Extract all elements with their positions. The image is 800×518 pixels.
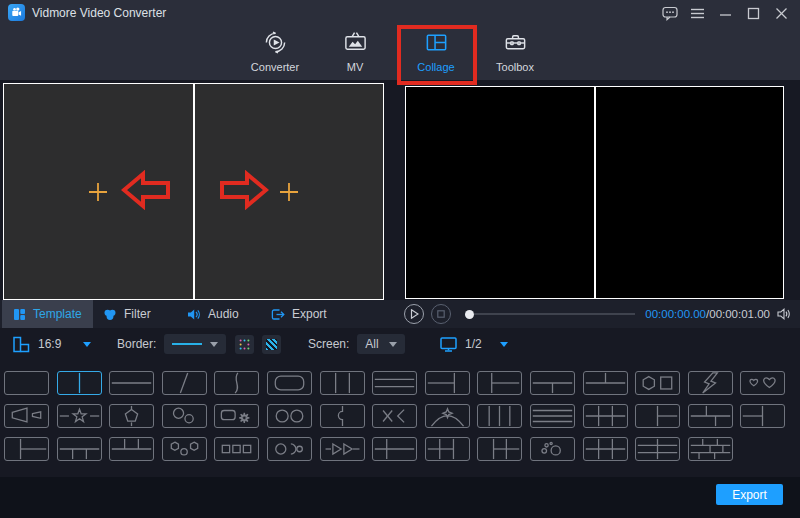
nav-item-toolbox[interactable]: Toolbox xyxy=(479,29,551,77)
template-thumbnail-puzzle-split[interactable] xyxy=(320,404,365,428)
offset-grid-4-icon xyxy=(689,405,732,427)
template-thumbnail-split-2-rows[interactable] xyxy=(109,371,154,395)
template-thumbnail-arch-and-clover[interactable] xyxy=(425,404,470,428)
close-button[interactable] xyxy=(773,5,790,22)
current-time: 00:00:00.00 xyxy=(645,308,706,320)
template-thumbnail-single[interactable] xyxy=(4,371,49,395)
tab-export[interactable]: Export xyxy=(260,300,338,328)
left-2rows-right-col-b-icon xyxy=(741,405,784,427)
template-thumbnail-rounded-inset[interactable] xyxy=(267,371,312,395)
template-thumbnail-left-col-right-2rows[interactable] xyxy=(635,404,680,428)
template-thumbnail-two-arrows[interactable] xyxy=(320,437,365,461)
template-thumbnail-circle-semicircles[interactable] xyxy=(267,437,312,461)
template-thumbnail-top-2-bottom-full[interactable] xyxy=(583,371,628,395)
template-thumbnail-three-squares[interactable] xyxy=(214,437,259,461)
page-control: 1/2 xyxy=(440,331,508,357)
border-color-select[interactable] xyxy=(164,334,226,354)
template-thumbnail-two-circles[interactable] xyxy=(267,404,312,428)
puzzle-split-icon xyxy=(321,405,364,427)
screen-dropdown-arrow-icon xyxy=(389,342,397,347)
template-thumbnail-split-3-cols[interactable] xyxy=(320,371,365,395)
tab-filter[interactable]: Filter xyxy=(92,300,162,328)
screen-value: All xyxy=(365,337,378,351)
template-thumbnail-hex-circle-hex[interactable] xyxy=(162,437,207,461)
template-thumbnail-top-full-bottom-2[interactable] xyxy=(530,371,575,395)
template-thumbnail-left-col-right-2rows-c[interactable] xyxy=(4,437,49,461)
diagonal-stripes-button[interactable] xyxy=(262,335,281,354)
template-thumbnail-split-4-rows[interactable] xyxy=(530,404,575,428)
tab-template[interactable]: Template xyxy=(2,300,93,328)
template-thumbnail-two-circles-diagonal[interactable] xyxy=(162,404,207,428)
template-thumbnail-grid-2x3-b[interactable] xyxy=(583,437,628,461)
template-thumbnail-left-2rows-right-col[interactable] xyxy=(425,371,470,395)
template-thumbnail-diagonal-split[interactable] xyxy=(162,371,207,395)
template-thumbnail-offset-grid-4[interactable] xyxy=(688,404,733,428)
tab-audio[interactable]: Audio xyxy=(176,300,250,328)
template-thumbnail-left-2rows-right-col-b[interactable] xyxy=(740,404,785,428)
template-thumbnail-split-4-cols[interactable] xyxy=(477,404,522,428)
slider-track[interactable] xyxy=(474,313,635,315)
feedback-bubble-icon xyxy=(662,6,678,21)
template-thumbnail-megaphones[interactable] xyxy=(4,404,49,428)
two-arrows-icon xyxy=(321,438,364,460)
page-dropdown-arrow-icon[interactable] xyxy=(500,342,508,347)
template-icon xyxy=(13,308,26,321)
converter-icon xyxy=(239,29,311,55)
maximize-button[interactable] xyxy=(745,5,762,22)
template-thumbnail-grid-2x3[interactable] xyxy=(583,404,628,428)
template-thumbnail-lightning-split[interactable] xyxy=(688,371,733,395)
template-thumbnail-left-col-right-2rows-narrow[interactable] xyxy=(477,371,522,395)
stop-button[interactable] xyxy=(431,304,451,324)
template-thumbnail-grid-2x2-right-col[interactable] xyxy=(425,437,470,461)
red-arrow-right-icon xyxy=(219,170,269,210)
grid-2cols-3rows-icon xyxy=(636,438,679,460)
player-controls: 00:00:00.00/00:00:01.00 xyxy=(404,300,796,328)
nav-label: MV xyxy=(319,61,391,73)
hex-circle-hex-icon xyxy=(163,438,206,460)
left-col-grid-2x2-icon xyxy=(478,438,521,460)
template-thumbnail-two-hearts[interactable] xyxy=(740,371,785,395)
template-thumbnail-hexagon-square[interactable] xyxy=(635,371,680,395)
template-thumbnail-cross-and-bracket[interactable] xyxy=(372,404,417,428)
dots-and-circle-icon xyxy=(531,438,574,460)
template-thumbnail-grid-2cols-3rows[interactable] xyxy=(635,437,680,461)
template-thumbnail-star-on-line[interactable] xyxy=(57,404,102,428)
screen-select[interactable]: All xyxy=(357,334,405,354)
lightning-split-icon xyxy=(689,372,732,394)
add-video-plus-icon[interactable] xyxy=(278,181,299,202)
template-thumbnail-curve-split[interactable] xyxy=(214,371,259,395)
template-thumbnail-left-col-grid-2x2[interactable] xyxy=(477,437,522,461)
slider-knob[interactable] xyxy=(465,310,474,319)
template-thumbnail-dots-and-circle[interactable] xyxy=(530,437,575,461)
play-icon xyxy=(410,309,419,319)
feedback-button[interactable] xyxy=(661,5,678,22)
top-full-bottom-2-icon xyxy=(531,372,574,394)
template-thumbnail-top-full-bottom-3[interactable] xyxy=(57,437,102,461)
template-thumbnail-frame-and-burst[interactable] xyxy=(214,404,259,428)
screen-label: Screen: xyxy=(308,337,349,351)
tab-label: Audio xyxy=(208,307,239,321)
volume-button[interactable] xyxy=(777,308,792,320)
template-thumbnail-pentagon-on-line[interactable] xyxy=(109,404,154,428)
aspect-dropdown-arrow-icon[interactable] xyxy=(83,342,91,347)
dotted-border-button[interactable] xyxy=(235,335,254,354)
menu-button[interactable] xyxy=(689,5,706,22)
aspect-ratio-icon xyxy=(12,336,30,353)
minimize-button[interactable] xyxy=(717,5,734,22)
stripes-pattern-icon xyxy=(266,339,277,350)
collage-cell-left[interactable] xyxy=(4,84,193,299)
split-4-rows-icon xyxy=(531,405,574,427)
nav-item-converter[interactable]: Converter xyxy=(239,29,311,77)
template-thumbnail-top-3-bottom-full[interactable] xyxy=(109,437,154,461)
add-video-plus-icon[interactable] xyxy=(88,181,109,202)
template-thumbnail-left-col-cross[interactable] xyxy=(372,437,417,461)
aspect-ratio-control[interactable]: 16:9 xyxy=(12,331,91,357)
collage-cell-right[interactable] xyxy=(193,84,384,299)
seek-slider[interactable] xyxy=(465,310,635,319)
play-button[interactable] xyxy=(404,304,424,324)
template-thumbnail-split-3-rows[interactable] xyxy=(372,371,417,395)
nav-item-mv[interactable]: MV xyxy=(319,29,391,77)
export-button[interactable]: Export xyxy=(716,484,783,505)
template-thumbnail-split-2-cols[interactable] xyxy=(57,371,102,395)
template-thumbnail-mosaic-grid[interactable] xyxy=(688,437,733,461)
